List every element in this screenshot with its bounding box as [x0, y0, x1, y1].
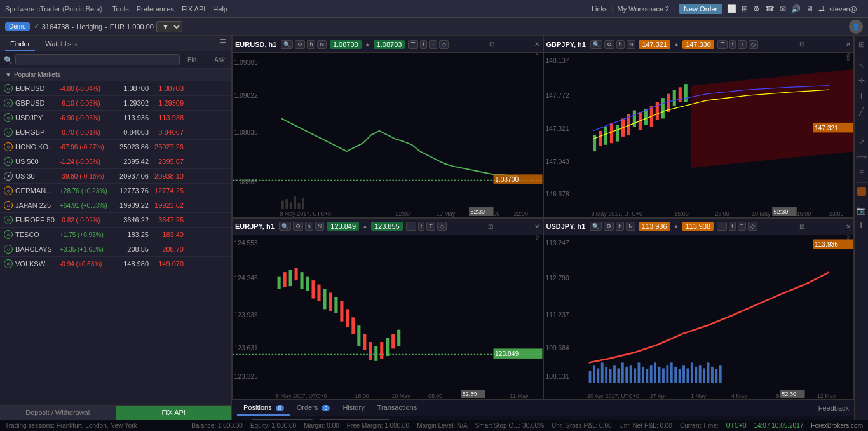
market-row-eurusd[interactable]: ○EURUSD-4.80 (-0.04%)1.087001.08703 [0, 81, 231, 96]
chart-usdjpy-maximize[interactable]: ⊡ [799, 223, 804, 230]
chart-usdjpy-indicator[interactable]: f [729, 222, 736, 231]
chart-gbpjpy-h[interactable]: h [616, 40, 625, 49]
chart-eurusd-object[interactable]: ◇ [439, 40, 449, 49]
chart-eurjpy-body[interactable]: 124.553 124.246 123.938 123.631 123.323 [233, 235, 543, 400]
nav-fixapi[interactable]: FIX API [182, 5, 205, 13]
chart-usdjpy-trade[interactable]: T [738, 222, 747, 231]
avatar-btn[interactable]: 👤 [849, 20, 863, 34]
chart-eurusd-indicator[interactable]: f [420, 40, 427, 49]
sidebar-crosshair-icon[interactable]: ✛ [857, 74, 867, 87]
sidebar-channel-icon[interactable]: ⟺ [854, 151, 868, 163]
chart-gbpjpy-close[interactable]: ✕ [846, 41, 851, 48]
aggregation-select[interactable]: Not Aggregated [319, 419, 390, 420]
links-btn[interactable]: Links [592, 5, 608, 13]
market-row-japan 225[interactable]: ○JAPAN 225+64.91 (+0.33%)19909.2219921.6… [0, 198, 231, 213]
chart-gbpjpy-maximize[interactable]: ⊡ [799, 41, 804, 48]
layout-icon[interactable]: ⊞ [742, 4, 748, 13]
chart-eurjpy-trade[interactable]: T [426, 222, 435, 231]
sidebar-line-icon[interactable]: ╱ [857, 105, 865, 118]
tab-finder[interactable]: Finder [5, 38, 35, 51]
account-dropdown[interactable]: ▼ [156, 21, 182, 32]
collapse-icon[interactable]: ▼ [5, 71, 11, 78]
market-row-volksw[interactable]: ○VOLKSW...-0.94 (+0.63%)148.980149.070 [0, 257, 231, 271]
monitor-icon[interactable]: 🖥 [806, 4, 813, 13]
sidebar-trend-icon[interactable]: ↗ [857, 135, 867, 148]
chart-eurusd-body[interactable]: 1.09305 1.09022 1.08835 1.08565 1.08700 [233, 53, 543, 217]
sidebar-hline-icon[interactable]: ─ [857, 120, 866, 133]
market-row-europe 50[interactable]: ○EUROPE 50-0.82 (-0.02%)3646.223647.25 [0, 213, 231, 228]
nav-preferences[interactable]: Preferences [137, 5, 174, 13]
tab-transactions[interactable]: Transactions [371, 400, 424, 416]
chart-gbpjpy-settings[interactable]: ⚙ [604, 40, 614, 49]
chart-gbpjpy-indicator[interactable]: f [729, 40, 736, 49]
deposit-btn[interactable]: Deposit / Withdrawal [0, 406, 116, 420]
phone-icon[interactable]: ☎ [765, 4, 775, 13]
chart-gbpjpy-zoom[interactable]: 🔍 [590, 40, 602, 49]
tab-positions[interactable]: Positions 0 [237, 400, 290, 416]
sidebar-fib-icon[interactable]: ≡ [857, 166, 865, 179]
search-input[interactable] [15, 54, 180, 65]
nav-help[interactable]: Help [213, 5, 227, 13]
chart-usdjpy-options[interactable]: ☰ [717, 222, 727, 231]
workspace-btn[interactable]: My Workspace 2 [617, 5, 669, 13]
arrows-icon[interactable]: ⇄ [818, 4, 825, 13]
chart-eurjpy-h[interactable]: h [305, 222, 313, 231]
market-row-german[interactable]: ○GERMAN...+28.76 (+0.23%)12773.7612774.2… [0, 184, 231, 198]
chart-eurjpy-settings[interactable]: ⚙ [293, 222, 303, 231]
chart-usdjpy-close[interactable]: ✕ [846, 223, 851, 230]
market-row-barclays[interactable]: ○BARCLAYS+3.35 (+1.63%)208.55208.70 [0, 242, 231, 257]
chart-eurjpy-n[interactable]: N [315, 222, 325, 231]
tab-history[interactable]: History [336, 400, 370, 416]
nav-tools[interactable]: Tools [112, 5, 129, 13]
market-row-hong ko[interactable]: ○HONG KO...-67.96 (-0.27%)25023.8625027.… [0, 140, 231, 154]
chart-eurjpy-indicator[interactable]: f [418, 222, 425, 231]
tab-orders[interactable]: Orders 0 [290, 400, 337, 416]
tab-watchlists[interactable]: Watchlists [40, 38, 82, 51]
chart-usdjpy-n[interactable]: N [626, 222, 635, 231]
chart-gbpjpy-body[interactable]: 148.137 147.772 147.321 147.043 146.678 [544, 53, 854, 217]
chart-eurjpy-maximize[interactable]: ⊡ [488, 223, 493, 230]
chart-eurjpy-options[interactable]: ☰ [406, 222, 416, 231]
market-row-us 30[interactable]: ✕US 30-39.80 (-0.18%)20937.0620938.10 [0, 169, 231, 184]
fixapi-btn[interactable]: FIX API [116, 406, 232, 420]
top-new-order-btn[interactable]: New Order [679, 4, 722, 14]
watchlist-options[interactable]: ☰ [220, 38, 226, 51]
sidebar-info-icon[interactable]: ℹ [858, 219, 865, 232]
chart-eurusd-close[interactable]: ✕ [534, 41, 539, 48]
sidebar-grid-icon[interactable]: ⊞ [857, 38, 867, 51]
chart-eurusd-trade[interactable]: T [429, 40, 438, 49]
chart-eurusd-settings[interactable]: ⚙ [295, 40, 305, 49]
chart-usdjpy-settings[interactable]: ⚙ [604, 222, 614, 231]
chart-eurjpy-object[interactable]: ◇ [437, 222, 447, 231]
sidebar-text-icon[interactable]: T [857, 90, 865, 102]
market-row-tesco[interactable]: ○TESCO+1.75 (+0.96%)183.25183.40 [0, 228, 231, 242]
chart-eurusd-h[interactable]: h [307, 40, 315, 49]
chart-gbpjpy-trade[interactable]: T [738, 40, 747, 49]
market-row-usdjpy[interactable]: ○USDJPY-6.90 (-0.06%)113.936113.938 [0, 111, 231, 125]
chart-eurusd-n[interactable]: N [317, 40, 327, 49]
chart-eurusd-zoom[interactable]: 🔍 [281, 40, 293, 49]
chart-eurusd-maximize[interactable]: ⊡ [489, 41, 494, 48]
email-icon[interactable]: ✉ [780, 4, 786, 13]
chart-gbpjpy-options[interactable]: ☰ [717, 40, 728, 49]
chart-usdjpy-object[interactable]: ◇ [748, 222, 757, 231]
market-row-gbpusd[interactable]: ○GBPUSD-6.10 (-0.05%)1.293021.29309 [0, 96, 231, 111]
market-row-eurgbp[interactable]: ○EURGBP-0.70 (-0.01%)0.840630.84067 [0, 125, 231, 140]
sidebar-camera-icon[interactable]: 📷 [855, 204, 868, 217]
chart-gbpjpy-n[interactable]: N [627, 40, 636, 49]
chart-usdjpy-h[interactable]: h [616, 222, 624, 231]
chart-eurusd-options[interactable]: ☰ [408, 40, 418, 49]
chart-gbpjpy-object[interactable]: ◇ [749, 40, 758, 49]
chart-eurjpy-zoom[interactable]: 🔍 [279, 222, 291, 231]
chart-usdjpy-zoom[interactable]: 🔍 [590, 222, 602, 231]
sidebar-cursor-icon[interactable]: ↖ [857, 59, 867, 72]
settings-icon[interactable]: ⚙ [753, 4, 760, 13]
chart-usdjpy-body[interactable]: 113.247 112.790 111.237 109.684 108.131 [544, 235, 854, 400]
market-row-us 500[interactable]: ○US 500-1.24 (-0.05%)2395.422395.67 [0, 154, 231, 169]
feedback-btn[interactable]: Feedback [818, 404, 849, 412]
speaker-icon[interactable]: 🔊 [791, 4, 801, 13]
direction-select[interactable]: All Directions [251, 419, 314, 420]
chart-eurjpy-close[interactable]: ✕ [534, 223, 539, 230]
screen-icon[interactable]: ⬜ [727, 4, 736, 13]
sidebar-color-box[interactable] [857, 187, 866, 196]
